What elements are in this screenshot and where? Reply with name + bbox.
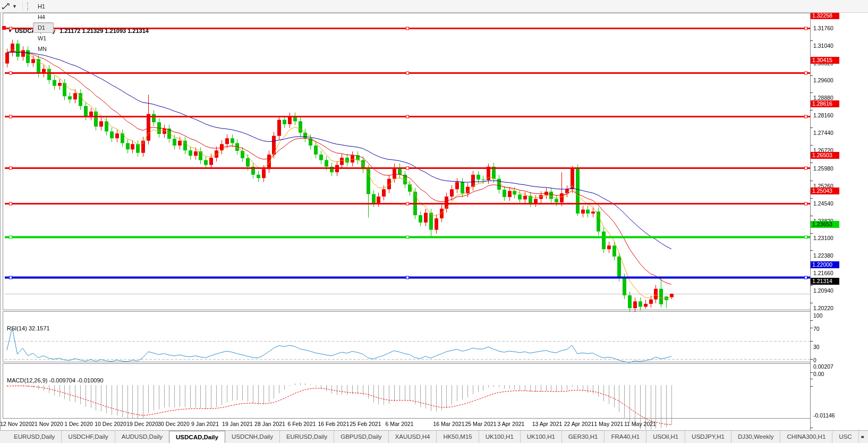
chart-shift-icon[interactable]: [1, 2, 11, 11]
rsi-pane[interactable]: [3, 311, 811, 362]
rsi-indicator-label: RSI(14) 32.1571: [7, 325, 50, 331]
chart-ohlc-values: 1.21172 1.21329 1.21093 1.21314: [59, 28, 149, 34]
chart-tab-eurusd-daily[interactable]: EURUSD,Daily: [280, 431, 334, 443]
chart-tab-bar: EURUSD,DailyUSDCHF,DailyAUDUSD,DailyUSDC…: [0, 430, 868, 443]
timeframe-button-h1[interactable]: H1: [33, 1, 54, 12]
main-chart-pane[interactable]: [3, 13, 811, 310]
timeframe-button-w1[interactable]: W1: [33, 33, 54, 44]
chart-tab-usdchf-daily[interactable]: USDCHF,Daily: [62, 431, 115, 443]
chart-tab-uk100-h1[interactable]: UK100,H1: [479, 431, 521, 443]
timeframe-buttons: M1M5M15M30H1H4D1W1MN: [32, 0, 54, 54]
chart-tab-usoil-h1[interactable]: USOil,H1: [646, 431, 685, 443]
timeframe-button-mn[interactable]: MN: [33, 44, 54, 54]
tab-scroll-right-icon[interactable]: ►: [859, 431, 866, 439]
chart-tab-usc[interactable]: USC: [832, 431, 858, 443]
chart-window: ▼USDCAD,Daily1.21172 1.21329 1.21093 1.2…: [0, 12, 868, 430]
chart-tab-eurusd-daily[interactable]: EURUSD,Daily: [7, 431, 62, 443]
chart-tab-gbpusd-daily[interactable]: GBPUSD,Daily: [334, 431, 388, 443]
chart-tab-xauusd-h4[interactable]: XAUUSD,H4: [389, 431, 437, 443]
macd-pane[interactable]: [3, 363, 811, 419]
collapse-triangle-icon[interactable]: ▼: [8, 29, 12, 33]
toolbar-separator: [22, 2, 23, 11]
chart-tab-uk100-h1[interactable]: UK100,H1: [521, 431, 562, 443]
chart-tab-usdcnh-daily[interactable]: USDCNH,Daily: [225, 431, 280, 443]
toolbar-dropdown-caret-icon[interactable]: ▼: [11, 4, 20, 9]
toolbar: ▼ M1M5M15M30H1H4D1W1MN: [0, 0, 868, 13]
chart-tab-china300-h1[interactable]: CHINA300,H1: [780, 431, 832, 443]
chart-tab-dj30-weekly[interactable]: DJ30,Weekly: [731, 431, 781, 443]
toolbar-drag-grip[interactable]: [27, 2, 28, 11]
chart-tab-hk50-m15[interactable]: HK50,M15: [437, 431, 479, 443]
chart-tab-fra40-h1[interactable]: FRA40,H1: [605, 431, 646, 443]
timeframe-button-h4[interactable]: H4: [33, 12, 54, 22]
chart-tab-audusd-daily[interactable]: AUDUSD,Daily: [115, 431, 169, 443]
chart-tab-ger30-h1[interactable]: GER30,H1: [562, 431, 605, 443]
chart-title: ▼USDCAD,Daily1.21172 1.21329 1.21093 1.2…: [8, 28, 149, 34]
timeframe-button-d1[interactable]: D1: [33, 22, 54, 33]
chart-tab-usdjpy-h1[interactable]: USDJPY,H1: [685, 431, 731, 443]
macd-indicator-label: MACD(12,26,9) -0.009704 -0.010090: [7, 377, 104, 384]
chart-tab-usdcad-daily[interactable]: USDCAD,Daily: [169, 431, 225, 443]
